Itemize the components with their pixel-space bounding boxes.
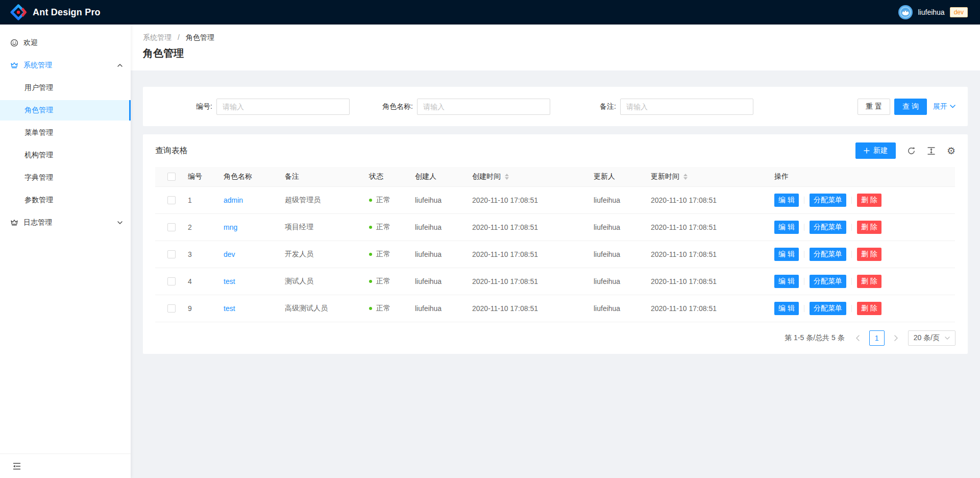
sidebar-footer: [0, 453, 131, 478]
status-badge: 正常: [376, 277, 390, 285]
sorter-icon: [683, 174, 688, 180]
pagination-total: 第 1-5 条/总共 5 条: [785, 333, 844, 343]
col-creator: 创建人: [407, 167, 464, 186]
sidebar-group-log[interactable]: 日志管理: [0, 212, 131, 233]
divider: [804, 251, 804, 258]
sidebar-item-param-mgmt[interactable]: 参数管理: [0, 190, 131, 210]
sidebar-item-label: 用户管理: [24, 83, 53, 92]
delete-button[interactable]: 删 除: [857, 221, 881, 234]
edit-button[interactable]: 编 辑: [774, 248, 799, 261]
divider: [804, 197, 804, 204]
role-name-link[interactable]: mng: [224, 223, 237, 231]
delete-button[interactable]: 删 除: [857, 194, 881, 207]
cell-remark: 高级测试人员: [277, 295, 361, 322]
divider: [851, 197, 852, 204]
sidebar-group-system[interactable]: 系统管理: [0, 55, 131, 76]
cell-created: 2020-11-10 17:08:51: [464, 295, 585, 322]
page-size-select[interactable]: 20 条/页: [908, 330, 955, 346]
breadcrumb-parent[interactable]: 系统管理: [143, 33, 172, 41]
sidebar-item-welcome[interactable]: 欢迎: [0, 33, 131, 53]
row-checkbox[interactable]: [167, 196, 176, 204]
reload-icon[interactable]: [907, 147, 916, 155]
user-avatar[interactable]: [898, 5, 913, 19]
menu-fold-icon[interactable]: [12, 462, 21, 471]
page-number[interactable]: 1: [869, 330, 885, 346]
col-id: 编号: [180, 167, 215, 186]
reset-button[interactable]: 重 置: [857, 99, 890, 115]
delete-button[interactable]: 删 除: [857, 302, 881, 315]
density-icon[interactable]: [927, 147, 936, 155]
select-all-checkbox[interactable]: [167, 173, 176, 181]
plus-icon: [864, 148, 870, 154]
cell-creator: liufeihua: [407, 268, 464, 295]
cell-remark: 超级管理员: [277, 186, 361, 213]
status-badge: 正常: [376, 196, 390, 204]
content-area: 系统管理 / 角色管理 角色管理 编号: 角色名称: 备注: 重 置 查 询: [131, 25, 980, 478]
assign-menu-button[interactable]: 分配菜单: [810, 221, 846, 234]
role-name-link[interactable]: admin: [224, 196, 243, 204]
delete-button[interactable]: 删 除: [857, 248, 881, 261]
filter-role-name-label: 角色名称:: [382, 102, 413, 111]
status-dot: [369, 280, 372, 283]
role-name-link[interactable]: test: [224, 277, 235, 285]
delete-button[interactable]: 删 除: [857, 275, 881, 288]
divider: [804, 224, 804, 231]
settings-gear-icon[interactable]: ⚙: [947, 147, 955, 155]
page-size-value: 20 条/页: [914, 333, 940, 343]
cell-creator: liufeihua: [407, 241, 464, 268]
status-dot: [369, 226, 372, 229]
brand[interactable]: Ant Design Pro: [10, 4, 101, 20]
col-role-name: 角色名称: [215, 167, 277, 186]
status-dot: [369, 199, 372, 202]
role-name-link[interactable]: test: [224, 304, 235, 313]
sidebar-item-role-mgmt[interactable]: 角色管理: [0, 100, 131, 121]
search-button[interactable]: 查 询: [894, 99, 927, 115]
cell-updater: liufeihua: [585, 295, 643, 322]
sidebar-group-label: 系统管理: [23, 61, 117, 70]
edit-button[interactable]: 编 辑: [774, 194, 799, 207]
cell-id: 1: [180, 186, 215, 213]
table-row: 1 admin 超级管理员 正常 liufeihua 2020-11-10 17…: [155, 186, 955, 213]
col-actions: 操作: [766, 167, 955, 186]
col-updated-label: 更新时间: [651, 172, 679, 180]
filter-id-input[interactable]: [216, 99, 350, 115]
assign-menu-button[interactable]: 分配菜单: [810, 275, 846, 288]
app-header: Ant Design Pro liufeihua dev: [0, 0, 980, 25]
edit-button[interactable]: 编 辑: [774, 275, 799, 288]
sidebar-item-org-mgmt[interactable]: 机构管理: [0, 145, 131, 165]
edit-button[interactable]: 编 辑: [774, 302, 799, 315]
expand-link[interactable]: 展开: [933, 102, 955, 111]
app-logo-icon: [10, 4, 27, 20]
cell-updater: liufeihua: [585, 241, 643, 268]
next-page-icon[interactable]: [889, 330, 904, 346]
chevron-down-icon: [117, 221, 122, 224]
sidebar-item-menu-mgmt[interactable]: 菜单管理: [0, 123, 131, 143]
cell-updater: liufeihua: [585, 186, 643, 213]
username[interactable]: liufeihua: [918, 8, 944, 16]
edit-button[interactable]: 编 辑: [774, 221, 799, 234]
filter-remark-input[interactable]: [620, 99, 753, 115]
row-checkbox[interactable]: [167, 250, 176, 258]
cell-creator: liufeihua: [407, 295, 464, 322]
cell-updated: 2020-11-10 17:08:51: [643, 213, 766, 241]
role-name-link[interactable]: dev: [224, 250, 235, 258]
new-button[interactable]: 新建: [855, 142, 896, 159]
cell-created: 2020-11-10 17:08:51: [464, 268, 585, 295]
filter-role-name-input[interactable]: [417, 99, 550, 115]
sidebar-item-label: 角色管理: [24, 106, 53, 115]
assign-menu-button[interactable]: 分配菜单: [810, 302, 846, 315]
col-created-sortable[interactable]: 创建时间: [464, 167, 585, 186]
cell-updated: 2020-11-10 17:08:51: [643, 268, 766, 295]
sidebar-item-user-mgmt[interactable]: 用户管理: [0, 78, 131, 98]
sidebar-item-label: 欢迎: [23, 38, 122, 47]
assign-menu-button[interactable]: 分配菜单: [810, 248, 846, 261]
row-checkbox[interactable]: [167, 223, 176, 231]
cell-updated: 2020-11-10 17:08:51: [643, 241, 766, 268]
row-checkbox[interactable]: [167, 277, 176, 285]
row-checkbox[interactable]: [167, 304, 176, 313]
breadcrumb-separator: /: [178, 33, 180, 41]
sidebar-item-dict-mgmt[interactable]: 字典管理: [0, 168, 131, 188]
prev-page-icon[interactable]: [850, 330, 865, 346]
col-updated-sortable[interactable]: 更新时间: [643, 167, 766, 186]
assign-menu-button[interactable]: 分配菜单: [810, 194, 846, 207]
